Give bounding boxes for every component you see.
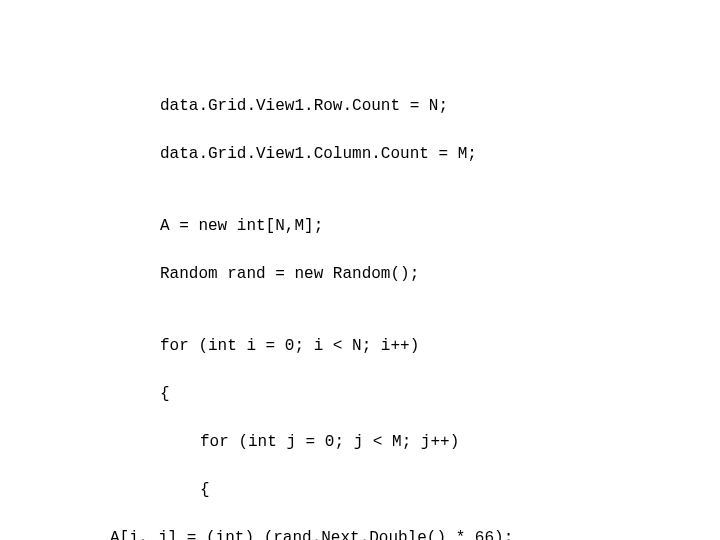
code-line: for (int j = 0; j < M; j++) [0, 430, 720, 454]
code-line: Random rand = new Random(); [0, 262, 720, 286]
code-line: data.Grid.View1.Row.Count = N; [0, 94, 720, 118]
code-line: { [0, 478, 720, 502]
code-line: data.Grid.View1.Column.Count = M; [0, 142, 720, 166]
code-line: A = new int[N,M]; [0, 214, 720, 238]
code-snippet: data.Grid.View1.Row.Count = N; data.Grid… [0, 0, 720, 540]
code-line: { [0, 382, 720, 406]
code-line: for (int i = 0; i < N; i++) [0, 334, 720, 358]
code-line: A[i, j] = (int) (rand.Next.Double() * 66… [0, 526, 720, 540]
